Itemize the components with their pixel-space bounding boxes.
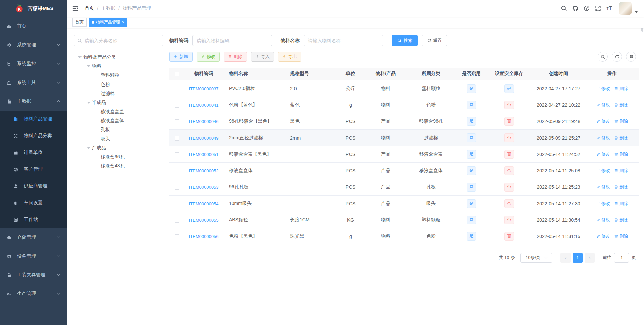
tree-node[interactable]: 移液盒48孔 xyxy=(74,161,163,170)
row-delete-link[interactable]: 删除 xyxy=(614,201,628,207)
row-edit-link[interactable]: 修改 xyxy=(596,86,610,92)
row-delete-link[interactable]: 删除 xyxy=(614,135,628,141)
caret-down-icon[interactable] xyxy=(76,55,83,60)
sidebar-item-customer[interactable]: 客户管理 xyxy=(0,161,67,178)
row-delete-link[interactable]: 删除 xyxy=(614,118,628,124)
material-code-link[interactable]: ITEM00000053 xyxy=(189,185,219,190)
sidebar-item-workstation[interactable]: 工作站 xyxy=(0,211,67,228)
row-delete-link[interactable]: 删除 xyxy=(614,233,628,239)
columns-toggle-button[interactable] xyxy=(626,52,636,62)
tree-node[interactable]: 色粉 xyxy=(74,80,163,89)
row-edit-link[interactable]: 修改 xyxy=(596,217,610,223)
close-icon[interactable]: × xyxy=(122,20,124,24)
breadcrumb-item[interactable]: 主数据 xyxy=(101,5,115,11)
row-delete-link[interactable]: 删除 xyxy=(614,86,628,92)
row-delete-link[interactable]: 删除 xyxy=(614,168,628,174)
tree-node[interactable]: 孔板 xyxy=(74,125,163,134)
sidebar-item-system-monitor[interactable]: 系统监控 xyxy=(0,54,67,73)
sidebar-item-production[interactable]: 生产管理 xyxy=(0,284,67,303)
fullscreen-button[interactable] xyxy=(592,0,604,17)
tree-node[interactable]: 塑料颗粒 xyxy=(74,71,163,80)
hamburger-icon[interactable] xyxy=(72,5,79,12)
breadcrumb-item[interactable]: 物料产品管理 xyxy=(123,5,151,11)
caret-down-icon[interactable] xyxy=(85,145,92,151)
sidebar-item-material-manage[interactable]: 物料产品管理 xyxy=(0,111,67,127)
header-search-button[interactable] xyxy=(558,0,570,17)
material-code-link[interactable]: ITEM00000046 xyxy=(189,119,219,124)
material-code-link[interactable]: ITEM00000052 xyxy=(189,168,219,173)
sidebar-item-workshop[interactable]: 车间设置 xyxy=(0,195,67,211)
edit-button[interactable]: 修改 xyxy=(197,52,220,62)
page-size-select[interactable]: 10条/页 xyxy=(520,253,552,263)
search-button[interactable]: 搜索 xyxy=(392,35,418,46)
tree-node[interactable]: 过滤棉 xyxy=(74,89,163,98)
sidebar-item-measure-unit[interactable]: 计量单位 xyxy=(0,144,67,161)
delete-button[interactable]: 删除 xyxy=(224,52,247,62)
row-checkbox[interactable] xyxy=(175,185,179,190)
tab-item[interactable]: 首页 xyxy=(72,18,87,27)
app-logo[interactable]: K 苦糖果MES xyxy=(0,0,67,17)
row-delete-link[interactable]: 删除 xyxy=(614,184,628,190)
row-edit-link[interactable]: 修改 xyxy=(596,184,610,190)
category-search-input[interactable] xyxy=(85,38,160,43)
tree-node[interactable]: 半成品 xyxy=(74,98,163,107)
caret-down-icon[interactable] xyxy=(85,64,92,69)
row-edit-link[interactable]: 修改 xyxy=(596,135,610,141)
row-checkbox[interactable] xyxy=(175,87,179,91)
row-edit-link[interactable]: 修改 xyxy=(596,233,610,239)
row-edit-link[interactable]: 修改 xyxy=(596,102,610,108)
row-checkbox[interactable] xyxy=(175,218,179,223)
prev-page-button[interactable]: ‹ xyxy=(560,253,571,263)
sidebar-item-warehouse[interactable]: 仓储管理 xyxy=(0,228,67,247)
sidebar-item-home[interactable]: 首页 xyxy=(0,17,67,36)
hide-search-button[interactable] xyxy=(598,52,608,62)
tree-node[interactable]: 物料 xyxy=(74,62,163,71)
tab-active[interactable]: 物料产品管理× xyxy=(89,18,127,27)
material-code-link[interactable]: ITEM00000037 xyxy=(189,86,219,91)
row-delete-link[interactable]: 删除 xyxy=(614,151,628,157)
material-code-link[interactable]: ITEM00000054 xyxy=(189,201,219,206)
row-checkbox[interactable] xyxy=(175,136,179,141)
breadcrumb-item[interactable]: 首页 xyxy=(85,5,94,11)
material-code-input[interactable] xyxy=(192,35,272,46)
tree-node[interactable]: 物料及产品分类 xyxy=(74,53,163,62)
add-button[interactable]: 新增 xyxy=(169,52,193,62)
github-button[interactable] xyxy=(570,0,581,17)
material-code-link[interactable]: ITEM00000041 xyxy=(189,103,219,108)
import-button[interactable]: 导入 xyxy=(251,52,274,62)
tree-node[interactable]: 移液盒盒盖 xyxy=(74,107,163,116)
goto-page-input[interactable] xyxy=(614,253,629,263)
row-checkbox[interactable] xyxy=(175,202,179,206)
caret-down-icon[interactable] xyxy=(85,100,92,105)
row-edit-link[interactable]: 修改 xyxy=(596,168,610,174)
tree-node[interactable]: 产成品 xyxy=(74,143,163,152)
font-size-button[interactable]: TT xyxy=(604,0,615,17)
page-number-1[interactable]: 1 xyxy=(573,253,583,263)
help-button[interactable] xyxy=(581,0,592,17)
tree-node[interactable]: 移液盒96孔 xyxy=(74,152,163,161)
tree-node[interactable]: 移液盒盒体 xyxy=(74,116,163,125)
tree-node[interactable]: 吸头 xyxy=(74,134,163,143)
next-page-button[interactable]: › xyxy=(585,253,595,263)
select-all-checkbox[interactable] xyxy=(175,72,179,76)
row-delete-link[interactable]: 删除 xyxy=(614,217,628,223)
row-checkbox[interactable] xyxy=(175,169,179,173)
row-checkbox[interactable] xyxy=(175,152,179,157)
material-code-link[interactable]: ITEM00000049 xyxy=(189,136,219,141)
row-checkbox[interactable] xyxy=(175,103,179,108)
sidebar-item-master-data[interactable]: 主数据 xyxy=(0,92,67,111)
export-button[interactable]: 导出 xyxy=(278,52,301,62)
row-edit-link[interactable]: 修改 xyxy=(596,151,610,157)
row-delete-link[interactable]: 删除 xyxy=(614,102,628,108)
avatar[interactable] xyxy=(619,2,632,15)
sidebar-item-fixture[interactable]: 工装夹具管理 xyxy=(0,266,67,284)
refresh-button[interactable] xyxy=(612,52,622,62)
chevron-down-icon[interactable] xyxy=(635,11,638,13)
sidebar-item-supplier[interactable]: 供应商管理 xyxy=(0,178,67,195)
reset-button[interactable]: 重置 xyxy=(422,35,447,46)
row-edit-link[interactable]: 修改 xyxy=(596,201,610,207)
sidebar-item-material-category[interactable]: 物料产品分类 xyxy=(0,127,67,144)
row-checkbox[interactable] xyxy=(175,119,179,124)
sidebar-item-system-manage[interactable]: 系统管理 xyxy=(0,36,67,54)
material-code-link[interactable]: ITEM00000051 xyxy=(189,152,219,157)
